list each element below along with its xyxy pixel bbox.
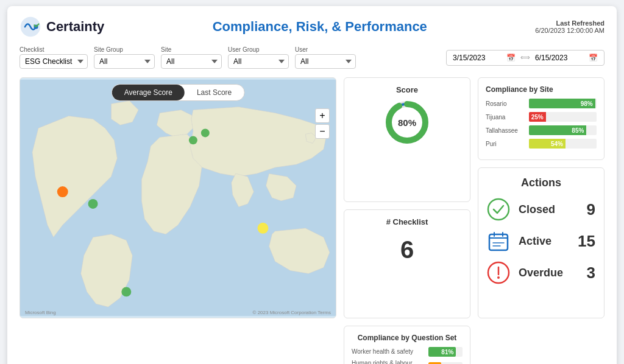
site-bar-track: 25% bbox=[529, 112, 597, 122]
checklist-count: 6 bbox=[400, 236, 414, 264]
site-bar-row: Rosario98% bbox=[486, 99, 597, 108]
action-count-closed: 9 bbox=[587, 200, 595, 219]
actions-title: Actions bbox=[487, 177, 595, 189]
question-bar-fill: 81% bbox=[428, 347, 456, 357]
map-footer-right: © 2023 Microsoft Corporation Terms bbox=[253, 310, 331, 315]
user-group-select[interactable]: All bbox=[228, 54, 289, 69]
svg-point-21 bbox=[497, 276, 500, 279]
action-rows: Closed9Active15Overdue3 bbox=[487, 198, 595, 284]
site-bar-fill: 54% bbox=[529, 139, 566, 149]
svg-rect-13 bbox=[489, 234, 508, 250]
svg-point-8 bbox=[257, 223, 268, 234]
site-group-select[interactable]: All bbox=[94, 54, 155, 69]
actions-panel: Actions Closed9Active15Overdue3 bbox=[478, 167, 604, 318]
site-bar-fill: 25% bbox=[529, 112, 546, 122]
world-map-svg[interactable] bbox=[20, 78, 336, 318]
closed-icon bbox=[487, 198, 510, 221]
action-count-active: 15 bbox=[578, 232, 595, 251]
last-score-toggle[interactable]: Last Score bbox=[185, 85, 244, 100]
score-donut: 80% bbox=[383, 98, 431, 147]
site-bar-name: Tijuana bbox=[486, 114, 525, 121]
site-group-filter-label: Site Group bbox=[94, 46, 155, 53]
logo-text: Certainty bbox=[46, 19, 104, 35]
site-bar-row: Tallahassee85% bbox=[486, 125, 597, 135]
svg-point-12 bbox=[488, 199, 509, 220]
user-select[interactable]: All bbox=[295, 54, 356, 69]
checklist-panel: # Checklist 6 bbox=[344, 209, 470, 319]
dashboard: Certainty Compliance, Risk, & Performanc… bbox=[7, 6, 617, 364]
site-bar-percent: 54% bbox=[551, 141, 563, 147]
date-separator: ⟺ bbox=[520, 54, 530, 61]
logo-icon bbox=[20, 16, 41, 38]
user-group-filter: User Group All bbox=[228, 46, 289, 69]
last-refreshed: Last Refreshed 6/20/2023 12:00:00 AM bbox=[535, 19, 604, 34]
date-end-input[interactable] bbox=[535, 54, 584, 62]
user-group-filter-label: User Group bbox=[228, 46, 289, 53]
site-filter: Site All bbox=[161, 46, 222, 69]
checklist-select[interactable]: ESG Checklist bbox=[20, 54, 88, 69]
active-icon bbox=[487, 229, 510, 253]
right-column: Compliance by Site Rosario98%Tijuana25%T… bbox=[478, 77, 604, 318]
score-panel: Score 80% bbox=[344, 77, 470, 202]
site-group-filter: Site Group All bbox=[94, 46, 155, 69]
svg-point-5 bbox=[121, 287, 131, 296]
user-filter-label: User bbox=[295, 46, 356, 53]
compliance-site-title: Compliance by Site bbox=[486, 85, 597, 94]
site-bar-track: 98% bbox=[529, 99, 597, 108]
action-label-closed: Closed bbox=[519, 203, 578, 216]
site-bar-track: 54% bbox=[529, 139, 597, 149]
site-bar-row: Puri54% bbox=[486, 139, 597, 149]
site-bar-name: Tallahassee bbox=[486, 127, 525, 134]
action-row-closed[interactable]: Closed9 bbox=[487, 198, 595, 221]
header: Certainty Compliance, Risk, & Performanc… bbox=[20, 16, 604, 38]
action-row-overdue[interactable]: Overdue3 bbox=[487, 261, 595, 284]
site-bar-percent: 85% bbox=[572, 127, 584, 134]
site-bar-track: 85% bbox=[529, 125, 597, 135]
question-bar-label: Worker health & safety bbox=[352, 348, 425, 355]
question-bar-label: Human rights & labour practices bbox=[352, 360, 425, 364]
score-toggle: Average Score Last Score bbox=[112, 84, 245, 101]
user-filter: User All bbox=[295, 46, 356, 69]
compliance-site-panel: Compliance by Site Rosario98%Tijuana25%T… bbox=[478, 77, 604, 160]
map-panel: Average Score Last Score + − bbox=[20, 77, 336, 318]
compliance-question-panel: Compliance by Question Set Worker health… bbox=[344, 326, 470, 364]
site-filter-label: Site bbox=[161, 46, 222, 53]
site-select[interactable]: All bbox=[161, 54, 222, 69]
date-start-input[interactable] bbox=[453, 54, 502, 62]
question-bars: Worker health & safety81%Human rights & … bbox=[352, 347, 463, 364]
date-range-picker[interactable]: 📅 ⟺ 📅 bbox=[446, 50, 604, 66]
action-label-overdue: Overdue bbox=[519, 267, 578, 279]
site-bar-row: Tijuana25% bbox=[486, 112, 597, 122]
zoom-in-button[interactable]: + bbox=[315, 108, 330, 123]
site-bar-fill: 98% bbox=[529, 99, 595, 108]
question-bar-percent: 81% bbox=[441, 349, 453, 355]
question-bar-row: Worker health & safety81% bbox=[352, 347, 463, 357]
score-label: 80% bbox=[398, 117, 416, 128]
question-bar-row: Human rights & labour practices37% bbox=[352, 360, 463, 364]
calendar-icon-start: 📅 bbox=[506, 54, 516, 62]
page-title: Compliance, Risk, & Performance bbox=[104, 19, 535, 35]
zoom-out-button[interactable]: − bbox=[315, 124, 330, 139]
map-zoom-controls: + − bbox=[315, 108, 330, 139]
svg-point-6 bbox=[189, 136, 197, 144]
compliance-question-title: Compliance by Question Set bbox=[352, 334, 463, 342]
site-bar-name: Puri bbox=[486, 141, 525, 147]
site-bar-percent: 25% bbox=[531, 114, 544, 121]
last-refreshed-value: 6/20/2023 12:00:00 AM bbox=[535, 27, 604, 34]
calendar-icon-end: 📅 bbox=[589, 54, 598, 62]
overdue-icon bbox=[487, 261, 510, 284]
average-score-toggle[interactable]: Average Score bbox=[112, 85, 185, 100]
checklist-panel-title: # Checklist bbox=[386, 217, 428, 226]
score-panel-title: Score bbox=[396, 85, 418, 94]
checklist-filter: Checklist ESG Checklist bbox=[20, 46, 88, 69]
action-count-overdue: 3 bbox=[587, 264, 595, 282]
action-row-active[interactable]: Active15 bbox=[487, 229, 595, 253]
svg-point-7 bbox=[201, 128, 210, 137]
site-bar-fill: 85% bbox=[529, 125, 586, 135]
filters-bar: Checklist ESG Checklist Site Group All S… bbox=[20, 46, 604, 69]
action-label-active: Active bbox=[519, 235, 569, 248]
last-refreshed-label: Last Refreshed bbox=[535, 19, 604, 27]
main-content: Average Score Last Score + − bbox=[20, 77, 604, 364]
checklist-filter-label: Checklist bbox=[20, 46, 88, 53]
svg-point-3 bbox=[57, 186, 68, 197]
